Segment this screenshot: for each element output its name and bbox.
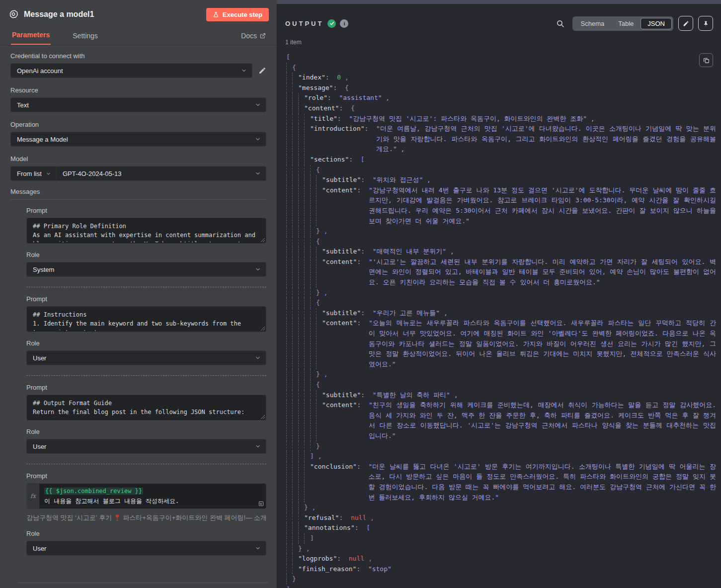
json-line: "content": "오늘의 메뉴로는 새우루꼴라 파스타와 옥돔구이를 선택… xyxy=(286,318,716,369)
output-panel-wrapper: OUTPUT i Schema Table JSON xyxy=(277,0,721,588)
prompt-label: Prompt xyxy=(26,295,266,303)
credential-label: Credential to connect with xyxy=(10,52,266,60)
info-icon[interactable]: i xyxy=(340,19,348,28)
role-select[interactable]: User xyxy=(26,439,266,454)
copy-json-button[interactable] xyxy=(699,53,713,67)
json-line: ] xyxy=(286,533,716,544)
messages-section-label: Messages xyxy=(10,188,266,200)
json-line: } , xyxy=(286,503,716,513)
node-title: Message a model1 xyxy=(24,10,206,19)
message-block: Prompt ## Instructions 1. Identify the m… xyxy=(26,295,266,365)
chevron-down-icon xyxy=(46,171,51,176)
json-line: "content": { xyxy=(286,103,716,114)
model-select[interactable]: GPT-4O-2024-05-13 xyxy=(57,166,266,181)
prompt-label: Prompt xyxy=(26,207,266,214)
pin-icon xyxy=(703,20,709,27)
json-line: "conclusion": "더운 날씨를 뚫고 다녀온 '시고로' 방문 후기… xyxy=(286,462,716,503)
search-icon[interactable] xyxy=(556,19,564,28)
chevron-down-icon xyxy=(255,443,261,449)
chevron-down-icon xyxy=(255,170,261,176)
resource-label: Resource xyxy=(10,86,266,94)
view-tab-json[interactable]: JSON xyxy=(641,18,672,29)
json-line: { xyxy=(286,298,716,308)
json-line: ] xyxy=(286,585,716,588)
message-separator xyxy=(26,287,266,287)
operation-label: Operation xyxy=(10,121,266,128)
json-line: { xyxy=(286,165,716,175)
role-label: Role xyxy=(26,530,266,537)
json-line: "sections": [ xyxy=(286,155,716,165)
json-line: ] , xyxy=(286,451,716,462)
resize-handle[interactable] xyxy=(261,238,265,242)
operation-select[interactable]: Message a Model xyxy=(10,132,266,147)
output-panel: OUTPUT i Schema Table JSON xyxy=(277,4,721,588)
execute-step-button[interactable]: Execute step xyxy=(206,8,269,21)
openai-logo-icon xyxy=(8,9,19,20)
resize-handle[interactable] xyxy=(261,415,265,419)
model-mode-select[interactable]: From list xyxy=(10,166,57,181)
role-select[interactable]: System xyxy=(26,262,266,277)
json-line: "finish_reason": "stop" xyxy=(286,564,716,575)
prompt-label: Prompt xyxy=(26,384,266,391)
json-line: "title": "강남구청역 맛집 '시고로': 파스타와 옥돔구이, 화이트… xyxy=(286,114,716,124)
json-line: "subtitle": "우리가 고른 메뉴들" , xyxy=(286,308,716,319)
prompt-label: Prompt xyxy=(26,472,266,480)
role-label: Role xyxy=(26,428,266,435)
role-label: Role xyxy=(26,339,266,347)
json-line: "index": 0 , xyxy=(286,73,716,83)
panel-tabs: Parameters Settings Docs xyxy=(8,28,269,45)
json-line: } , xyxy=(286,544,716,554)
tab-parameters[interactable]: Parameters xyxy=(11,28,51,45)
message-separator xyxy=(26,375,266,376)
resize-handle[interactable] xyxy=(261,327,265,331)
chevron-down-icon xyxy=(255,102,261,108)
tab-settings[interactable]: Settings xyxy=(72,29,99,45)
expand-expression-icon[interactable] xyxy=(258,501,264,506)
json-line: } xyxy=(286,574,716,585)
message-separator xyxy=(26,464,266,464)
role-select[interactable]: User xyxy=(26,350,266,365)
flask-icon xyxy=(213,11,219,18)
chevron-down-icon xyxy=(255,136,261,142)
json-line: "content": "'시고로'는 깔끔하고 세련된 내부 분위기를 자랑합니… xyxy=(286,257,716,288)
json-line: "message": { xyxy=(286,83,716,93)
expression-preview: 강남구청역 맛집 ‘시고로’ 후기 파스타+옥돔구이+화이트와인 완벽 페어링!… xyxy=(26,513,266,522)
docs-link[interactable]: Docs xyxy=(241,32,266,45)
prompt-textarea[interactable]: ## Primary Role Definition As an AI assi… xyxy=(26,218,266,244)
view-tab-table[interactable]: Table xyxy=(611,18,641,29)
model-label: Model xyxy=(10,155,266,163)
message-block: Prompt ## Primary Role Definition As an … xyxy=(26,207,266,277)
copy-icon xyxy=(703,57,710,64)
json-line: "content": "강남구청역에서 내려 4번 출구로 나와 13분 정도 … xyxy=(286,185,716,226)
json-line: } , xyxy=(286,369,716,380)
json-line: { xyxy=(286,63,716,73)
fx-badge: fx xyxy=(27,484,39,508)
success-check-icon xyxy=(327,19,336,28)
chevron-down-icon xyxy=(255,355,261,361)
prompt-textarea[interactable]: ## Output Format Guide Return the final … xyxy=(26,395,266,420)
prompt-expression-editor[interactable]: fx {{ $json.combined_review }} 이 내용을 참고해… xyxy=(26,483,266,509)
prompt-textarea[interactable]: ## Instructions 1. Identify the main key… xyxy=(26,306,266,332)
json-line: "refusal": null , xyxy=(286,513,716,523)
json-output: [{"index": 0 ,"message": {"role": "assis… xyxy=(277,52,721,588)
input-parameters-panel: Message a model1 Execute step Parameters… xyxy=(0,0,277,588)
edit-credential-icon[interactable] xyxy=(258,67,266,75)
pin-data-button[interactable] xyxy=(698,16,713,31)
json-line: "role": "assistant" , xyxy=(286,93,716,103)
ndv-window: Message a model1 Execute step Parameters… xyxy=(0,0,721,588)
json-line: } xyxy=(286,441,716,452)
json-line: "introduction": "더운 여름날, 강남구청역 근처의 맛집 '시… xyxy=(286,124,716,155)
resource-select[interactable]: Text xyxy=(10,97,266,112)
credential-select[interactable]: OpenAi account xyxy=(10,63,252,78)
pencil-icon xyxy=(683,20,689,27)
role-select[interactable]: User xyxy=(26,541,266,556)
json-line: { xyxy=(286,237,716,247)
view-mode-switch: Schema Table JSON xyxy=(572,16,673,31)
edit-output-button[interactable] xyxy=(678,16,693,31)
external-link-icon xyxy=(260,33,266,39)
json-line: "subtitle": "특별한 날의 축하 파티" , xyxy=(286,390,716,401)
chevron-down-icon xyxy=(255,545,261,551)
collapsed-section-divider xyxy=(17,583,268,583)
role-label: Role xyxy=(26,251,266,258)
view-tab-schema[interactable]: Schema xyxy=(574,18,612,29)
